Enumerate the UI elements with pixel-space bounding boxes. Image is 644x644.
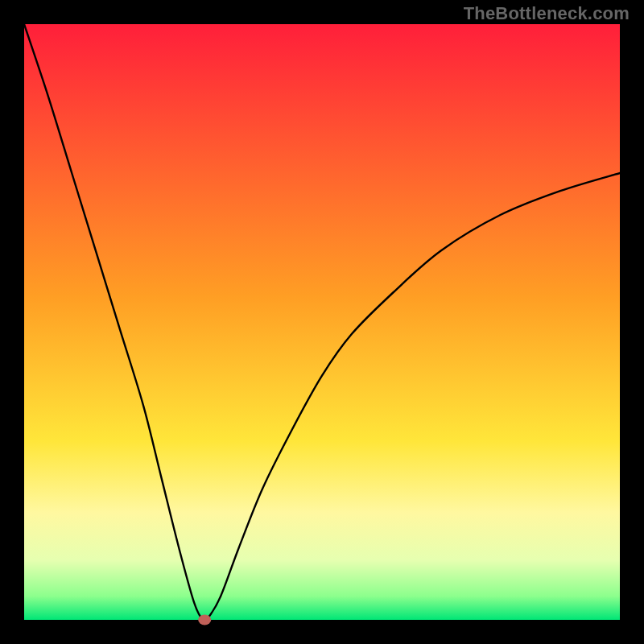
- bottleneck-chart: [0, 0, 644, 644]
- chart-frame: TheBottleneck.com: [0, 0, 644, 644]
- optimal-point-marker: [198, 615, 211, 625]
- watermark-text: TheBottleneck.com: [464, 3, 630, 24]
- plot-background: [24, 24, 620, 620]
